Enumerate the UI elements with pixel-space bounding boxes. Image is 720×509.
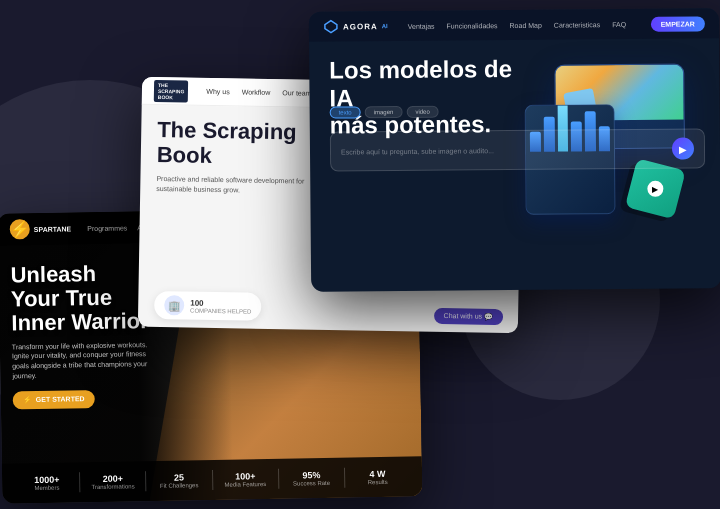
agora-tag-texto[interactable]: texto [330, 106, 361, 118]
agora-headline-line1: Los modelos de IA [329, 55, 529, 112]
agora-tags-row: texto imagen video [330, 106, 439, 119]
scraping-companies-badge: 🏢 100 COMPANIES HELPED [154, 291, 262, 321]
scraping-companies-icon: 🏢 [164, 295, 184, 315]
agora-search-placeholder: Escribe aquí tu pregunta, sube imagen o … [341, 145, 664, 155]
agora-headline: Los modelos de IA más potentes. [329, 55, 530, 140]
agora-logo: AGORA AI [323, 18, 388, 35]
scraping-headline-line2: Book [157, 142, 317, 170]
scraping-nav-whyus[interactable]: Why us [206, 88, 229, 95]
fitness-stat-results-label: Results [345, 479, 410, 486]
scraping-nav-ourteam[interactable]: Our team [282, 89, 311, 97]
scraping-logo: THE SCRAPING BOOK [154, 79, 189, 102]
scraping-content: The Scraping Book Proactive and reliable… [156, 117, 317, 197]
fitness-stat-transformations: 200+ Transformations [80, 473, 145, 490]
agora-logo-text: AGORA [343, 22, 378, 31]
fitness-logo-icon: ⚡ [10, 219, 30, 239]
fitness-stat-results: 4 W Results [345, 469, 410, 486]
fitness-cta-button[interactable]: ⚡ GET STARTED [13, 390, 95, 409]
agora-teal-play: ▶ [647, 181, 663, 197]
scraping-companies-label: COMPANIES HELPED [190, 307, 251, 314]
fitness-stat-members-label: Members [14, 484, 79, 491]
fitness-headline: UnleashYour TrueInner Warrior [10, 261, 151, 336]
fitness-nav-programmes[interactable]: Programmes [87, 224, 127, 232]
agora-nav-item-faq[interactable]: FAQ [612, 21, 626, 28]
agora-logo-sub: AI [382, 23, 388, 29]
scraping-logo-text: THE SCRAPING BOOK [158, 81, 185, 99]
agora-nav: AGORA AI Ventajas Funcionalidades Road M… [309, 8, 719, 42]
agora-tag-imagen[interactable]: imagen [365, 106, 403, 118]
agora-nav-item-ventajas[interactable]: Ventajas [408, 22, 435, 29]
fitness-stat-media-label: Media Features [213, 481, 278, 488]
fitness-cta-label: GET STARTED [36, 395, 85, 403]
fitness-stat-challenges-label: Fit Challenges [147, 482, 212, 489]
scraping-subtext: Proactive and reliable software developm… [156, 174, 316, 198]
scraping-headline-line1: The Scraping [157, 117, 317, 145]
card-agora: AGORA AI Ventajas Funcionalidades Road M… [309, 8, 720, 292]
agora-tag-video[interactable]: video [406, 106, 438, 118]
scraping-nav-items: Why us Workflow Our team [206, 88, 311, 97]
fitness-cta-icon: ⚡ [23, 396, 32, 404]
fitness-stat-challenges: 25 Fit Challenges [146, 472, 211, 489]
fitness-content: UnleashYour TrueInner Warrior Transform … [10, 261, 153, 409]
agora-content: Los modelos de IA más potentes. [329, 55, 530, 140]
scraping-chat-button[interactable]: Chat with us 💬 [433, 308, 503, 325]
agora-empezar-button[interactable]: EMPEZAR [651, 16, 705, 31]
fitness-stats-bar: 1000+ Members 200+ Transformations 25 Fi… [2, 456, 423, 503]
scraping-nav-workflow[interactable]: Workflow [242, 88, 271, 95]
agora-search-area[interactable]: Escribe aquí tu pregunta, sube imagen o … [330, 128, 705, 171]
fitness-logo: ⚡ SPARTANE [10, 218, 72, 239]
fitness-logo-text: SPARTANE [34, 225, 72, 233]
fitness-subtext: Transform your life with explosive worko… [12, 340, 153, 382]
agora-nav-item-roadmap[interactable]: Road Map [510, 21, 542, 28]
fitness-stat-media: 100+ Media Features [213, 471, 278, 488]
fitness-stat-success: 95% Success Rate [279, 470, 344, 487]
cards-container: AGORA AI Ventajas Funcionalidades Road M… [0, 0, 720, 509]
agora-nav-item-caracteristicas[interactable]: Caracteristicas [554, 21, 600, 28]
agora-3d-shape: ▶ [630, 163, 701, 234]
svg-marker-0 [325, 21, 337, 33]
fitness-stat-members: 1000+ Members [14, 474, 79, 491]
fitness-stat-transformations-label: Transformations [80, 483, 145, 490]
agora-nav-items: Ventajas Funcionalidades Road Map Caract… [408, 21, 627, 30]
agora-nav-item-funcionalidades[interactable]: Funcionalidades [447, 22, 498, 29]
fitness-stat-success-label: Success Rate [279, 480, 344, 487]
agora-send-button[interactable]: ▶ [672, 137, 694, 159]
scraping-headline: The Scraping Book [157, 117, 318, 170]
